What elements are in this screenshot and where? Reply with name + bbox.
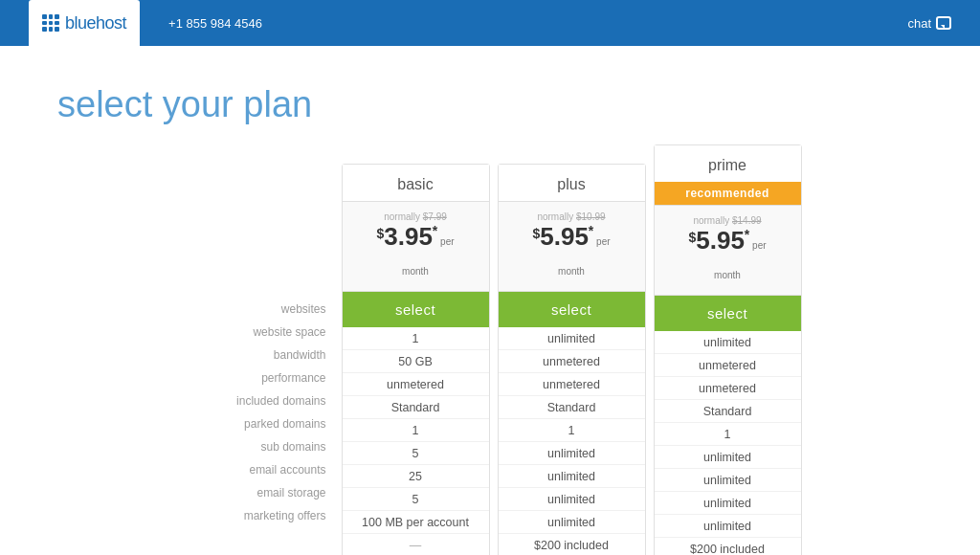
plus-email-storage: unlimited [499, 511, 645, 534]
basic-bandwidth: unmetered [343, 373, 489, 396]
plan-plus-normally: normally $10.99 [506, 211, 637, 222]
prime-email-accounts: unlimited [655, 492, 801, 515]
plan-prime-select-top[interactable]: select [655, 296, 801, 331]
header-phone: +1 855 984 4546 [168, 16, 907, 31]
label-websites: websites [175, 298, 326, 321]
plan-plus-features: unlimited unmetered unmetered Standard 1… [499, 327, 645, 555]
plan-basic-original-price: $7.99 [423, 211, 447, 222]
logo-grid-icon [42, 14, 59, 32]
plans-wrapper: websites website space bandwidth perform… [57, 164, 923, 555]
main-content: select your plan websites website space … [0, 46, 980, 555]
plan-prime-original-price: $14.99 [732, 215, 762, 226]
feature-labels: websites website space bandwidth perform… [175, 164, 338, 527]
prime-marketing: $200 included [655, 538, 801, 555]
plan-basic: basic normally $7.99 $3.95* permonth sel… [342, 164, 490, 555]
plan-prime-normally: normally $14.99 [662, 215, 793, 226]
plan-prime: prime recommended normally $14.99 $5.95*… [654, 144, 802, 555]
plan-plus-name: plus [499, 165, 645, 201]
basic-websites: 1 [343, 327, 489, 350]
plan-plus-price-box: normally $10.99 $5.95* permonth [499, 201, 645, 292]
plus-email-accounts: unlimited [499, 488, 645, 511]
plan-prime-top: prime recommended [655, 145, 801, 205]
basic-included-domains: 1 [343, 419, 489, 442]
plus-performance: Standard [499, 396, 645, 419]
plan-basic-price: $3.95* permonth [350, 222, 481, 281]
chat-label: chat [907, 16, 931, 31]
chat-bubble-icon [936, 16, 951, 30]
plus-included-domains: 1 [499, 419, 645, 442]
label-bandwidth: bandwidth [175, 344, 326, 366]
page-title: select your plan [57, 84, 923, 125]
basic-email-storage: 100 MB per account [343, 511, 489, 534]
plan-prime-price-box: normally $14.99 $5.95* permonth [655, 205, 801, 296]
plan-prime-price: $5.95* permonth [662, 226, 793, 285]
label-parked-domains: parked domains [175, 412, 326, 435]
header-chat[interactable]: chat [907, 16, 951, 31]
label-sub-domains: sub domains [175, 435, 326, 458]
plan-prime-name: prime [655, 145, 801, 182]
basic-website-space: 50 GB [343, 350, 489, 373]
plus-parked-domains: unlimited [499, 442, 645, 465]
label-email-storage: email storage [175, 481, 326, 504]
plan-basic-normally: normally $7.99 [350, 211, 481, 222]
label-performance: performance [175, 366, 326, 389]
plan-plus: plus normally $10.99 $5.95* permonth sel… [498, 164, 646, 555]
prime-bandwidth: unmetered [655, 377, 801, 400]
plan-basic-name: basic [343, 165, 489, 201]
basic-marketing: — [343, 534, 489, 555]
basic-parked-domains: 5 [343, 442, 489, 465]
header: bluehost +1 855 984 4546 chat [0, 0, 980, 46]
prime-performance: Standard [655, 400, 801, 423]
basic-performance: Standard [343, 396, 489, 419]
prime-email-storage: unlimited [655, 515, 801, 538]
basic-sub-domains: 25 [343, 465, 489, 488]
plan-prime-features: unlimited unmetered unmetered Standard 1… [655, 331, 801, 555]
basic-email-accounts: 5 [343, 488, 489, 511]
prime-parked-domains: unlimited [655, 446, 801, 469]
plan-plus-select-top[interactable]: select [499, 292, 645, 327]
label-email-accounts: email accounts [175, 458, 326, 481]
label-marketing-offers: marketing offers [175, 504, 326, 527]
logo[interactable]: bluehost [29, 0, 140, 46]
plan-basic-select-top[interactable]: select [343, 292, 489, 327]
plus-sub-domains: unlimited [499, 465, 645, 488]
label-website-space: website space [175, 321, 326, 344]
prime-sub-domains: unlimited [655, 469, 801, 492]
plan-basic-features: 1 50 GB unmetered Standard 1 5 25 5 100 … [343, 327, 489, 555]
plus-website-space: unmetered [499, 350, 645, 373]
plus-marketing: $200 included [499, 534, 645, 555]
logo-text: bluehost [65, 13, 126, 33]
plus-bandwidth: unmetered [499, 373, 645, 396]
plan-basic-price-box: normally $7.99 $3.95* permonth [343, 201, 489, 292]
recommended-badge: recommended [655, 182, 801, 205]
label-included-domains: included domains [175, 389, 326, 412]
plan-plus-original-price: $10.99 [576, 211, 606, 222]
prime-websites: unlimited [655, 331, 801, 354]
prime-included-domains: 1 [655, 423, 801, 446]
prime-website-space: unmetered [655, 354, 801, 377]
plus-websites: unlimited [499, 327, 645, 350]
plan-plus-price: $5.95* permonth [506, 222, 637, 281]
